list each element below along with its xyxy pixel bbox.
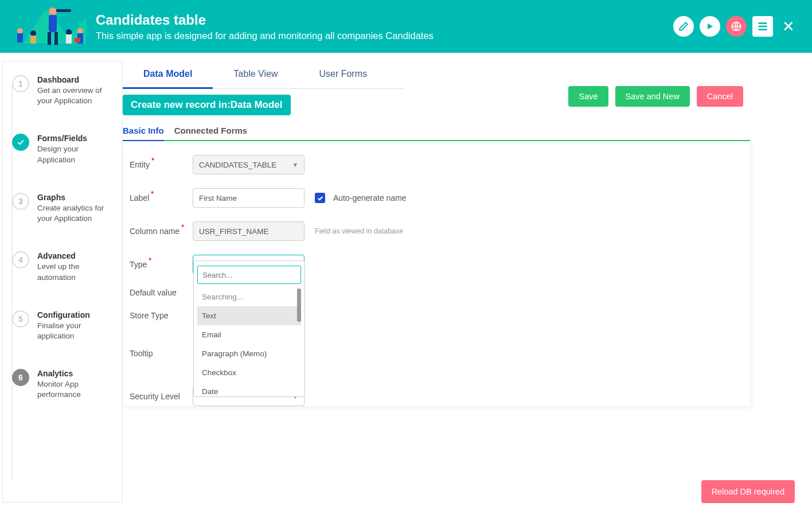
svg-rect-7 bbox=[17, 33, 23, 42]
app-title: Candidates table bbox=[96, 12, 673, 28]
inner-tab-connected-forms[interactable]: Connected Forms bbox=[174, 126, 248, 140]
entity-value: CANDIDATES_TABLE bbox=[199, 161, 276, 169]
type-dropdown: Searching... Text Email Paragraph (Memo)… bbox=[193, 260, 305, 397]
step-forms-fields[interactable]: Forms/Fields Design your Application bbox=[12, 134, 113, 165]
dropdown-option-email[interactable]: Email bbox=[197, 325, 301, 344]
svg-rect-11 bbox=[66, 34, 72, 44]
menu-button[interactable] bbox=[752, 16, 773, 37]
auto-generate-label: Auto-generate name bbox=[333, 193, 407, 203]
save-button[interactable]: Save bbox=[568, 86, 608, 107]
dropdown-option-checkbox[interactable]: Checkbox bbox=[197, 363, 301, 382]
step-configuration[interactable]: 5 Configuration Finalise your applicatio… bbox=[12, 310, 113, 341]
label-input[interactable] bbox=[193, 188, 304, 208]
step-number: 1 bbox=[12, 75, 29, 92]
header-text: Candidates table This simple app is desi… bbox=[96, 12, 673, 41]
svg-point-10 bbox=[66, 29, 72, 35]
label-entity: Entity bbox=[130, 160, 193, 169]
step-number: 5 bbox=[12, 310, 29, 328]
svg-rect-14 bbox=[75, 38, 80, 42]
svg-rect-3 bbox=[48, 32, 51, 45]
chevron-down-icon: ▼ bbox=[292, 162, 298, 168]
dropdown-search-input[interactable] bbox=[197, 266, 301, 284]
auto-generate-checkbox[interactable] bbox=[315, 193, 325, 203]
globe-icon bbox=[731, 21, 742, 32]
svg-rect-2 bbox=[49, 15, 57, 32]
action-buttons: Save Save and New Cancel bbox=[568, 86, 743, 107]
label-store-type: Store Type bbox=[130, 311, 193, 320]
dropdown-option-paragraph[interactable]: Paragraph (Memo) bbox=[197, 344, 301, 363]
step-desc: Level up the automation bbox=[37, 262, 113, 282]
main-content: Data Model Table View User Forms Create … bbox=[123, 53, 812, 503]
form-area: Entity CANDIDATES_TABLE ▼ Label Auto-gen… bbox=[123, 141, 750, 406]
step-advanced[interactable]: 4 Advanced Level up the automation bbox=[12, 251, 113, 282]
dropdown-option-text[interactable]: Text bbox=[197, 306, 301, 325]
dropdown-list: Searching... Text Email Paragraph (Memo)… bbox=[197, 287, 301, 396]
inner-tab-basic-info[interactable]: Basic Info bbox=[123, 126, 164, 141]
inner-tabs: Basic Info Connected Forms bbox=[123, 126, 750, 141]
step-number: 4 bbox=[12, 251, 29, 268]
save-and-new-button[interactable]: Save and New bbox=[615, 86, 690, 107]
check-icon bbox=[317, 194, 324, 202]
step-title: Configuration bbox=[37, 310, 113, 320]
tab-user-forms[interactable]: User Forms bbox=[298, 61, 388, 88]
globe-button[interactable] bbox=[726, 16, 747, 37]
step-title: Dashboard bbox=[37, 75, 113, 84]
svg-rect-5 bbox=[56, 9, 71, 12]
step-dashboard[interactable]: 1 Dashboard Get an overview of your Appl… bbox=[12, 75, 113, 106]
step-desc: Create analytics for your Application bbox=[37, 203, 113, 224]
step-number: 3 bbox=[12, 193, 29, 210]
label-type: Type bbox=[130, 260, 193, 269]
close-button[interactable]: ✕ bbox=[782, 18, 795, 36]
label-security-level: Security Level bbox=[130, 392, 193, 401]
entity-select[interactable]: CANDIDATES_TABLE ▼ bbox=[193, 155, 304, 174]
app-header: Candidates table This simple app is desi… bbox=[0, 0, 812, 53]
step-desc: Get an overview of your Application bbox=[37, 85, 113, 106]
menu-icon bbox=[756, 20, 769, 33]
label-column-name: Column name bbox=[130, 227, 193, 236]
step-title: Forms/Fields bbox=[37, 134, 113, 143]
label-label: Label bbox=[130, 193, 193, 203]
label-tooltip: Tooltip bbox=[130, 349, 193, 358]
tab-data-model[interactable]: Data Model bbox=[123, 61, 213, 89]
check-icon bbox=[16, 138, 25, 147]
cancel-button[interactable]: Cancel bbox=[697, 86, 743, 107]
svg-rect-9 bbox=[30, 36, 36, 44]
header-illustration bbox=[6, 3, 89, 49]
dropdown-scrollbar[interactable] bbox=[297, 289, 301, 322]
step-analytics[interactable]: 6 Analytics Monitor App performance bbox=[12, 369, 113, 400]
tab-table-view[interactable]: Table View bbox=[213, 61, 298, 88]
label-default-value: Default value bbox=[130, 288, 193, 297]
svg-point-1 bbox=[49, 7, 57, 15]
column-name-input[interactable] bbox=[193, 221, 304, 241]
row-column-name: Column name Field as viewed in database bbox=[130, 221, 750, 241]
create-record-pill: Create new record in:Data Model bbox=[123, 95, 291, 115]
step-desc: Finalise your application bbox=[37, 321, 113, 341]
step-title: Graphs bbox=[37, 193, 113, 202]
step-title: Advanced bbox=[37, 251, 113, 260]
sidebar: 1 Dashboard Get an overview of your Appl… bbox=[2, 61, 123, 503]
step-desc: Design your Application bbox=[37, 144, 113, 165]
svg-point-8 bbox=[30, 30, 36, 36]
svg-point-12 bbox=[77, 28, 83, 34]
play-icon bbox=[705, 22, 715, 31]
header-actions: ✕ bbox=[673, 16, 795, 37]
column-hint: Field as viewed in database bbox=[315, 227, 403, 235]
reload-db-button[interactable]: Reload DB required bbox=[701, 480, 795, 503]
play-button[interactable] bbox=[700, 16, 720, 37]
step-number bbox=[12, 134, 29, 151]
app-subtitle: This simple app is designed for adding a… bbox=[96, 30, 673, 41]
svg-marker-15 bbox=[708, 24, 713, 30]
main-tabs: Data Model Table View User Forms bbox=[123, 61, 404, 89]
edit-button[interactable] bbox=[673, 16, 694, 37]
row-entity: Entity CANDIDATES_TABLE ▼ bbox=[130, 155, 750, 174]
svg-rect-4 bbox=[54, 32, 58, 45]
step-graphs[interactable]: 3 Graphs Create analytics for your Appli… bbox=[12, 193, 113, 224]
step-title: Analytics bbox=[37, 369, 113, 378]
svg-point-6 bbox=[17, 28, 23, 34]
pencil-icon bbox=[678, 21, 689, 32]
step-desc: Monitor App performance bbox=[37, 379, 113, 400]
dropdown-searching: Searching... bbox=[197, 287, 301, 306]
step-number: 6 bbox=[12, 369, 29, 386]
row-label: Label Auto-generate name bbox=[130, 188, 750, 208]
dropdown-option-date[interactable]: Date bbox=[197, 382, 301, 396]
